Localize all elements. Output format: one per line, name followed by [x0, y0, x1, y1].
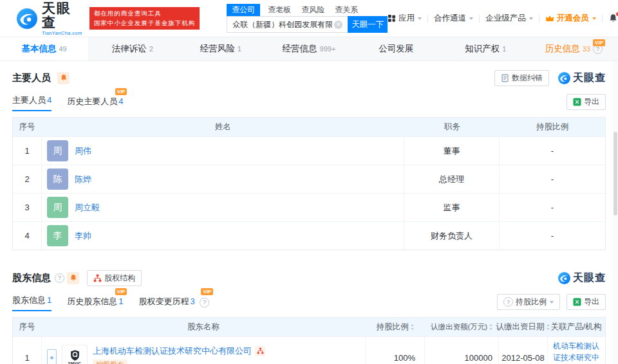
col-subscribed-amount-sortable[interactable]: 认缴出资额(万元) — [425, 322, 499, 332]
position-cell: 董事 — [404, 137, 499, 165]
excel-icon — [573, 98, 581, 106]
tab-company-development[interactable]: 公司发展 — [353, 37, 442, 60]
export-button[interactable]: 导出 — [566, 94, 606, 110]
staff-tab-current[interactable]: 主要人员4 — [12, 95, 52, 111]
person-name-link[interactable]: 陈烨 — [75, 174, 91, 185]
position-cell: 总经理 — [404, 165, 499, 193]
person-name-link[interactable]: 李帅 — [75, 230, 91, 242]
search-tab-company[interactable]: 查公司 — [227, 4, 260, 16]
help-icon[interactable]: ? — [55, 273, 64, 283]
shareholders-section: 股东信息 ? 股权结构 天眼查 股东信息1 — [12, 269, 606, 364]
ratio-cell: - — [499, 165, 605, 193]
table-row: 1 + SMVIC 上海机动车检测认证技术研究中心有限公司 — [13, 336, 605, 364]
top-nav: 应用 合作通道 企业级产品 开通会员 费米 — [388, 13, 618, 24]
staff-table-header: 序号 姓名 职务 持股比例 — [13, 118, 605, 136]
shareholders-tab-current[interactable]: 股东信息1 — [12, 295, 52, 311]
position-cell: 财务负责人 — [404, 222, 499, 250]
vip-badge: VIP — [115, 88, 127, 95]
date-cell: 2012-05-08 — [498, 337, 547, 364]
vip-badge: VIP — [593, 39, 605, 46]
col-related-products: 关联产品/机构 — [547, 322, 605, 332]
logo-swirl-icon — [558, 72, 570, 84]
shield-icon — [70, 350, 80, 361]
col-index: 序号 — [13, 122, 41, 132]
slogan-line2: 国家中小企业发展子基金旗下机构 — [94, 19, 196, 28]
tab-legal-proceedings[interactable]: 法律诉讼2 — [88, 37, 176, 60]
tab-history-info[interactable]: VIP 历史信息33 ? — [530, 37, 618, 60]
equity-structure-icon[interactable] — [255, 346, 265, 356]
table-row: 2 陈 陈烨 总经理 - — [13, 165, 605, 193]
table-row: 3 周 周立毅 监事 - — [13, 193, 605, 221]
search-area: 查公司 查老板 查风险 查关系 ✕ 天眼一下 — [227, 4, 388, 33]
divider — [427, 15, 428, 23]
col-ratio-sortable[interactable]: 持股比例 — [366, 322, 425, 332]
position-cell: 监事 — [404, 194, 499, 221]
controlling-shareholder-tag: 控股股东 — [93, 359, 127, 364]
tab-business-info[interactable]: 经营信息999+ — [265, 37, 353, 60]
monitor-bell-icon[interactable] — [57, 72, 70, 84]
tianyancha-watermark: 天眼查 — [558, 71, 606, 85]
search-tab-risk[interactable]: 查风险 — [301, 5, 324, 15]
export-button[interactable]: 导出 — [566, 294, 606, 310]
grid-icon — [388, 14, 396, 23]
chevron-down-icon — [592, 17, 596, 20]
notification-bell-icon[interactable] — [608, 14, 618, 23]
help-icon[interactable]: ? — [200, 298, 209, 307]
nav-enterprise-products[interactable]: 企业级产品 — [485, 13, 533, 24]
tab-basic-info[interactable]: 基本信息49 — [0, 37, 88, 60]
scrollbar-thumb[interactable] — [613, 132, 617, 215]
shareholders-tab-history[interactable]: VIP 历史股东信息1 — [67, 296, 123, 311]
amount-cell: 100000 — [424, 337, 498, 364]
page: 天眼查 TianYanCha.com 都在用的商业查询工具 国家中小企业发展子基… — [0, 0, 618, 364]
crown-icon — [545, 15, 554, 22]
help-icon: ? — [503, 297, 513, 307]
col-subscribed-date-sortable[interactable]: 认缴出资日期 — [499, 322, 547, 332]
staff-section-title: 主要人员 — [12, 72, 51, 84]
nav-open-vip[interactable]: 开通会员 — [545, 13, 596, 24]
vip-badge: VIP — [201, 288, 213, 295]
chevron-down-icon — [550, 301, 554, 304]
org-chart-icon — [93, 274, 102, 282]
company-logo: SMVIC — [62, 345, 88, 364]
main-content: 主要人员 数据纠错 天眼查 主要人员4 — [0, 69, 618, 364]
person-name-link[interactable]: 周伟 — [75, 145, 91, 157]
staff-table: 序号 姓名 职务 持股比例 1 周 周伟 董事 - 2 — [12, 117, 606, 250]
scrollbar[interactable] — [613, 61, 618, 364]
col-index: 序号 — [13, 322, 41, 332]
search-tab-relation[interactable]: 查关系 — [335, 5, 358, 15]
key-staff-section: 主要人员 数据纠错 天眼查 主要人员4 — [12, 69, 606, 250]
related-product-link[interactable]: 机动车检测认证技术研究中心 — [553, 340, 600, 364]
slogan-line1: 都在用的商业查询工具 — [94, 9, 196, 19]
equity-structure-button[interactable]: 股权结构 — [87, 270, 142, 286]
person-name-link[interactable]: 周立毅 — [75, 202, 100, 214]
nav-cooperation[interactable]: 合作通道 — [434, 13, 473, 24]
ratio-cell: 100% — [365, 337, 424, 364]
expand-button[interactable]: + — [47, 349, 57, 364]
ratio-cell: - — [499, 222, 605, 250]
tianyancha-logo[interactable]: 天眼查 TianYanCha.com — [17, 1, 84, 36]
shareholders-table: 序号 股东名称 持股比例 认缴出资额(万元) 认缴出资日期 关联产品/机构 — [12, 317, 606, 364]
monitor-bell-icon[interactable] — [67, 272, 79, 284]
tab-operational-risk[interactable]: 经营风险1 — [176, 37, 265, 60]
avatar: 周 — [47, 197, 68, 218]
nav-apps[interactable]: 应用 — [388, 13, 422, 24]
data-correction-button[interactable]: 数据纠错 — [494, 70, 549, 86]
ratio-filter-button[interactable]: ? 持股比例 — [497, 294, 560, 310]
search-tab-boss[interactable]: 查老板 — [268, 5, 291, 15]
ratio-cell: - — [499, 137, 605, 165]
avatar: 陈 — [47, 168, 68, 190]
row-index: 2 — [13, 165, 41, 193]
search-input[interactable] — [227, 16, 348, 33]
row-index: 3 — [13, 194, 41, 221]
shareholders-tab-equity-changes[interactable]: VIP 股权变更历程3 ? — [138, 296, 209, 311]
col-position: 职务 — [405, 122, 500, 132]
divider — [602, 15, 603, 23]
company-nav-tabs: 基本信息49 法律诉讼2 经营风险1 经营信息999+ 公司发展 知识产权1 V… — [0, 37, 618, 61]
chevron-down-icon — [418, 17, 422, 20]
sort-icon — [489, 323, 493, 331]
staff-tab-history[interactable]: VIP 历史主要人员4 — [67, 96, 123, 111]
search-button[interactable]: 天眼一下 — [348, 16, 388, 33]
shareholder-name-link[interactable]: 上海机动车检测认证技术研究中心有限公司 — [93, 345, 252, 357]
tab-intellectual-property[interactable]: 知识产权1 — [442, 37, 530, 60]
logo-domain: TianYanCha.com — [42, 30, 84, 36]
